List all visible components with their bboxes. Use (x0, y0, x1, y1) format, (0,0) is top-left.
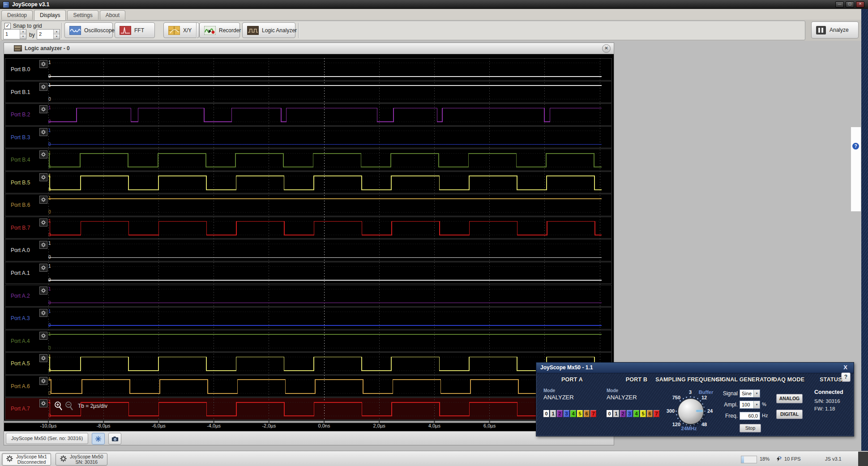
snap-to-grid-checkbox[interactable]: ✓ (4, 23, 11, 29)
fft-button[interactable]: FFT (115, 22, 155, 38)
tab-displays[interactable]: Displays (34, 10, 66, 20)
zoom-out-icon[interactable] (64, 401, 73, 411)
channel-lane-port-b-4[interactable]: Port B.410 (5, 149, 612, 171)
port-b-channel-6-button[interactable]: 6 (647, 410, 653, 417)
tab-about[interactable]: About (100, 10, 125, 20)
recorder-button[interactable]: Recorder (199, 22, 240, 38)
port-a-channel-7-button[interactable]: 7 (590, 410, 596, 417)
channel-lane-port-b-1[interactable]: Port B.110 (5, 81, 612, 103)
port-a-channel-1-button[interactable]: 1 (550, 410, 556, 417)
gear-icon[interactable] (39, 332, 47, 340)
section-header-port-a: PORT A (561, 376, 583, 383)
snapshot-button[interactable] (108, 433, 121, 445)
port-b-mode-value: ANALYZER (607, 394, 637, 401)
channel-lane-port-a-7[interactable]: Port A.710Tb = 2µs/div (5, 398, 612, 420)
gear-icon[interactable] (39, 128, 47, 136)
channel-lane-port-a-3[interactable]: Port A.310 (5, 307, 612, 329)
port-b-channel-0-button[interactable]: 0 (607, 410, 612, 417)
digital-button[interactable]: DIGITAL (776, 410, 803, 419)
close-icon[interactable]: X (843, 364, 847, 371)
channel-lane-port-a-4[interactable]: Port A.410 (5, 330, 612, 352)
gear-icon[interactable] (39, 309, 47, 317)
channel-label: Port A.6 (11, 383, 30, 389)
minimize-button[interactable]: — (835, 1, 844, 8)
port-b-channel-5-button[interactable]: 5 (640, 410, 646, 417)
device-select-button[interactable]: JoyScope Mx50 (Ser. no: 30316) (6, 433, 88, 444)
stepper-arrows[interactable]: ▲▼ (53, 30, 60, 39)
gear-icon[interactable] (39, 377, 47, 385)
gear-icon[interactable] (39, 196, 47, 204)
siggen-ampl-dropdown[interactable]: 100▼ (740, 401, 760, 409)
channel-lane-port-a-6[interactable]: Port A.610 (5, 375, 612, 398)
port-a-channel-4-button[interactable]: 4 (570, 410, 576, 417)
grid-rows-stepper[interactable]: 1 ▲▼ (3, 29, 26, 39)
channel-lane-port-b-0[interactable]: Port B.010 (5, 58, 612, 81)
siggen-freq-input[interactable]: 60,0 (740, 412, 760, 420)
port-a-channel-0-button[interactable]: 0 (543, 410, 549, 417)
port-a-channel-2-button[interactable]: 2 (557, 410, 563, 417)
gear-icon[interactable] (39, 354, 47, 362)
siggen-signal-dropdown[interactable]: Sine▼ (740, 389, 760, 398)
close-button[interactable]: ✕ (856, 1, 864, 8)
gear-icon[interactable] (39, 150, 47, 158)
port-b-channel-2-button[interactable]: 2 (620, 410, 626, 417)
gear-icon[interactable] (39, 286, 47, 295)
gear-icon[interactable] (39, 173, 47, 181)
device-button-joyscope-mx50[interactable]: JoyScope Mx50SN: 30316 (56, 453, 107, 466)
gear-icon[interactable] (39, 83, 47, 91)
taskbar-edge (858, 452, 868, 466)
device-button-joyscope-mx1[interactable]: JoyScope Mx1Disconnected (2, 453, 51, 466)
knob-indicator (696, 410, 703, 412)
snap-to-grid-label: Snap to grid (13, 23, 42, 29)
maximize-button[interactable]: ▢ (846, 1, 854, 8)
help-button[interactable]: ? (841, 372, 851, 382)
logic-analyzer-titlebar[interactable]: Logic analyzer - 0 (4, 43, 614, 54)
channel-lane-port-b-5[interactable]: Port B.510 (5, 171, 612, 194)
port-a-channel-5-button[interactable]: 5 (577, 410, 583, 417)
logic-analyzer-button[interactable]: Logic Analyzer (242, 22, 295, 38)
port-b-channel-7-button[interactable]: 7 (654, 410, 659, 417)
zoom-in-icon[interactable] (54, 401, 63, 411)
section-header-status: STATUS (820, 376, 842, 383)
port-b-channel-1-button[interactable]: 1 (613, 410, 619, 417)
stop-button[interactable]: Stop (740, 424, 761, 432)
level-high-label: 1 (48, 128, 51, 133)
siggen-label: Freq. (725, 413, 738, 419)
section-header-daq-mode: DAQ MODE (773, 376, 804, 383)
mx50-titlebar[interactable]: JoyScope Mx50 - 1.1 X (536, 363, 854, 373)
channel-lane-port-a-5[interactable]: Port A.510 (5, 352, 612, 375)
gear-icon[interactable] (39, 60, 47, 68)
analyze-button[interactable]: Analyze (811, 21, 859, 38)
port-b-channel-4-button[interactable]: 4 (633, 410, 639, 417)
status-firmware: FW: 1.18 (814, 406, 835, 411)
channel-lane-port-b-7[interactable]: Port B.710 (5, 217, 612, 239)
tab-desktop[interactable]: Desktop (1, 10, 33, 20)
grid-cols-stepper[interactable]: 2 ▲▼ (37, 29, 60, 39)
section-header-port-b: PORT B (626, 376, 647, 383)
channel-lane-port-a-2[interactable]: Port A.210 (5, 285, 612, 307)
analog-button[interactable]: ANALOG (776, 394, 803, 403)
freeze-button[interactable] (92, 433, 105, 445)
port-b-channel-3-button[interactable]: 3 (627, 410, 633, 417)
close-icon[interactable]: ✕ (602, 44, 611, 53)
xy-icon (168, 26, 180, 35)
siggen-value: 60,0 (740, 413, 760, 419)
x-y-button[interactable]: X/Y (163, 22, 199, 38)
help-icon[interactable]: ? (852, 143, 859, 150)
port-a-channel-6-button[interactable]: 6 (584, 410, 590, 417)
tab-settings[interactable]: Settings (67, 10, 98, 20)
stepper-arrows[interactable]: ▲▼ (20, 30, 26, 39)
oscilloscope-button[interactable]: Oscilloscope (64, 22, 113, 38)
gear-icon[interactable] (39, 105, 47, 113)
port-a-channel-3-button[interactable]: 3 (564, 410, 569, 417)
gear-icon[interactable] (39, 241, 47, 249)
channel-lane-port-a-0[interactable]: Port A.010 (5, 239, 612, 261)
channel-lane-port-b-3[interactable]: Port B.310 (5, 126, 612, 149)
channel-lane-port-b-2[interactable]: Port B.210 (5, 103, 612, 126)
gear-icon[interactable] (39, 264, 47, 272)
channel-lane-port-a-1[interactable]: Port A.110 (5, 262, 612, 284)
gear-icon[interactable] (39, 218, 47, 227)
port-a-mode-label: Mode (543, 388, 555, 393)
gear-icon[interactable] (39, 399, 47, 407)
channel-lane-port-b-6[interactable]: Port B.610 (5, 194, 612, 216)
